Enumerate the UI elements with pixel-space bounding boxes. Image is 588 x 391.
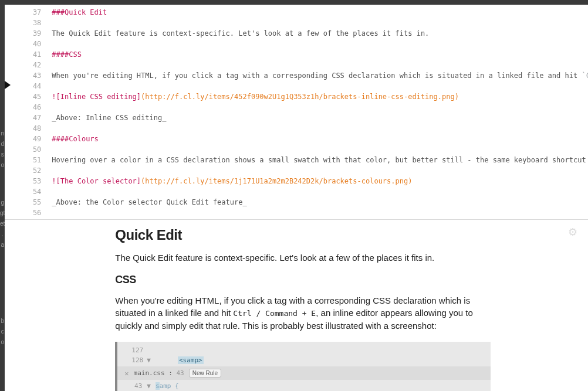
preview-h4: CSS: [115, 274, 491, 286]
line-number: 38: [5, 18, 52, 28]
code-line[interactable]: [52, 165, 588, 176]
sidebar-fragment: o: [1, 161, 4, 170]
code-line[interactable]: Hovering over a color in a CSS declarati…: [52, 155, 588, 165]
sidebar-fragment: g: [1, 198, 4, 208]
md-heading: ####Colours: [52, 135, 98, 143]
code-line[interactable]: [52, 123, 588, 134]
code-editor[interactable]: 37###Quick Edit 38 39The Quick Edit feat…: [5, 5, 588, 219]
sidebar-fragment: gt: [0, 209, 5, 218]
line-number: 37: [5, 7, 52, 18]
code-line[interactable]: The Quick Edit feature is context-specif…: [52, 28, 588, 39]
sidebar-fragment: d: [1, 140, 4, 149]
sidebar-fragment: s: [1, 150, 4, 159]
line-number: 49: [5, 134, 52, 144]
sidebar-fragment: .: [2, 230, 4, 239]
line-number: 54: [5, 186, 52, 197]
code-line[interactable]: _Above: the Color selector Quick Edit fe…: [52, 197, 588, 208]
active-file-caret-icon: [5, 81, 11, 89]
code-line[interactable]: ![Inline CSS editing](http://f.cl.ly/ite…: [52, 91, 588, 102]
code-line[interactable]: [52, 186, 588, 197]
line-number: 45: [5, 91, 52, 102]
line-number: 48: [5, 123, 52, 134]
md-heading: ####CSS: [52, 50, 82, 59]
inline-line-number: 127: [131, 346, 142, 354]
new-rule-button[interactable]: New Rule: [189, 369, 221, 378]
line-number: 42: [5, 60, 52, 70]
line-number: 56: [5, 208, 52, 218]
line-number: 51: [5, 155, 52, 165]
sidebar-fragment: a: [1, 240, 4, 250]
code-line[interactable]: [52, 60, 588, 70]
code-line[interactable]: [52, 102, 588, 113]
code-line[interactable]: [52, 18, 588, 28]
sidebar[interactable]: n d s o g gt et . a b c o: [0, 5, 5, 391]
line-number: 52: [5, 165, 52, 176]
window-titlebar: [0, 0, 588, 5]
preview-paragraph: The Quick Edit feature is context-specif…: [115, 251, 491, 264]
md-heading: ###Quick Edit: [52, 8, 107, 16]
line-number: 43: [5, 70, 52, 81]
preview-h3: Quick Edit: [115, 227, 491, 243]
sidebar-fragment: o: [1, 338, 4, 347]
line-number: 53: [5, 176, 52, 186]
close-icon[interactable]: ✕: [124, 369, 129, 378]
line-number: 46: [5, 102, 52, 113]
html-tag: <samp>: [178, 356, 204, 364]
sidebar-fragment: n: [1, 129, 4, 138]
gear-icon[interactable]: ⚙: [568, 226, 577, 239]
inline-filename: main.css : 43: [134, 369, 184, 377]
line-number: 41: [5, 49, 52, 60]
code-line[interactable]: _Above: Inline CSS editing_: [52, 113, 588, 123]
code-line[interactable]: [52, 39, 588, 49]
code-line[interactable]: [52, 81, 588, 91]
inline-line-number: 128: [131, 356, 142, 364]
sidebar-fragment: b: [1, 317, 4, 326]
line-number: 40: [5, 39, 52, 49]
fold-icon: ▼: [147, 382, 151, 390]
inline-css-editor-screenshot: 127 128 ▼ <samp> ✕ main.css : 43 New Rul…: [115, 342, 491, 391]
code-line[interactable]: [52, 208, 588, 218]
sidebar-fragment: et: [0, 219, 5, 229]
fold-icon: ▼: [147, 356, 151, 364]
inline-code: Ctrl / Command + E: [233, 309, 316, 318]
line-number: 39: [5, 28, 52, 39]
code-line[interactable]: When you're editing HTML, if you click a…: [52, 70, 588, 81]
preview-paragraph: When you're editing HTML, if you click a…: [115, 294, 491, 332]
sidebar-fragment: c: [1, 327, 4, 336]
code-line[interactable]: [52, 144, 588, 155]
line-number: 55: [5, 197, 52, 208]
code-line[interactable]: ![The Color selector](http://f.cl.ly/ite…: [52, 176, 588, 186]
line-number: 47: [5, 113, 52, 123]
line-number: 50: [5, 144, 52, 155]
markdown-preview[interactable]: ⚙ Quick Edit The Quick Edit feature is c…: [5, 219, 588, 391]
line-number: 44: [5, 81, 52, 91]
inline-line-number: 43: [131, 382, 142, 390]
